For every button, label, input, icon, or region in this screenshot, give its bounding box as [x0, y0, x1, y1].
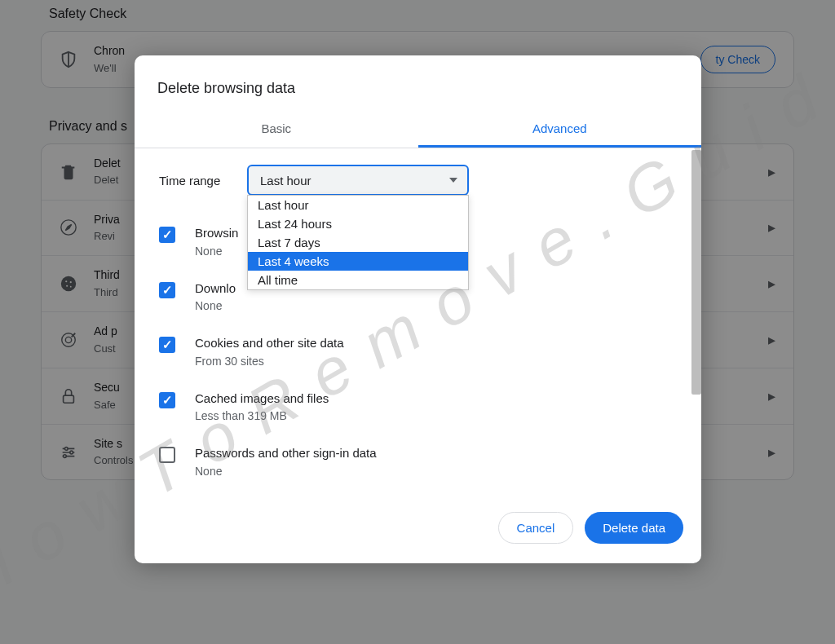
tab-advanced[interactable]: Advanced — [418, 112, 702, 148]
checkbox-download-history[interactable] — [159, 282, 175, 298]
dropdown-option-all-time[interactable]: All time — [248, 271, 468, 289]
delete-browsing-data-dialog: Delete browsing data Basic Advanced Time… — [135, 55, 701, 563]
dialog-title: Delete browsing data — [135, 55, 701, 112]
checkbox-browsing-history[interactable] — [159, 227, 175, 243]
dialog-body: Time range Last hour Browsin None Downlo… — [135, 148, 701, 499]
checkbox-passwords[interactable] — [159, 447, 175, 463]
check-title: Cookies and other site data — [195, 335, 693, 351]
checkbox-cached[interactable] — [159, 392, 175, 408]
dropdown-option-last-24-hours[interactable]: Last 24 hours — [248, 214, 468, 233]
checkbox-cookies[interactable] — [159, 337, 175, 353]
dropdown-option-last-hour[interactable]: Last hour — [248, 196, 468, 214]
time-range-dropdown: Last hour Last 24 hours Last 7 days Last… — [247, 195, 469, 290]
tab-basic[interactable]: Basic — [135, 112, 418, 148]
check-row-cached[interactable]: Cached images and files Less than 319 MB — [159, 384, 693, 439]
scrollbar-thumb[interactable] — [691, 150, 701, 395]
check-title: Passwords and other sign-in data — [195, 445, 693, 461]
caret-down-icon — [449, 178, 457, 183]
delete-data-button[interactable]: Delete data — [585, 512, 683, 544]
check-subtitle: None — [195, 465, 693, 478]
cancel-button[interactable]: Cancel — [498, 512, 574, 544]
dropdown-option-last-7-days[interactable]: Last 7 days — [248, 233, 468, 252]
check-row-passwords[interactable]: Passwords and other sign-in data None — [159, 439, 693, 494]
check-subtitle: From 30 sites — [195, 355, 693, 368]
check-row-autofill[interactable]: Autofill form data — [159, 494, 693, 500]
check-title: Cached images and files — [195, 390, 693, 407]
check-row-cookies[interactable]: Cookies and other site data From 30 site… — [159, 329, 693, 384]
dropdown-option-last-4-weeks[interactable]: Last 4 weeks — [248, 252, 468, 271]
check-subtitle: None — [195, 299, 693, 312]
time-range-value: Last hour — [260, 174, 311, 187]
check-subtitle: Less than 319 MB — [195, 409, 693, 422]
dialog-tabs: Basic Advanced — [135, 112, 701, 148]
time-range-label: Time range — [159, 174, 247, 187]
time-range-select[interactable]: Last hour — [247, 165, 469, 196]
